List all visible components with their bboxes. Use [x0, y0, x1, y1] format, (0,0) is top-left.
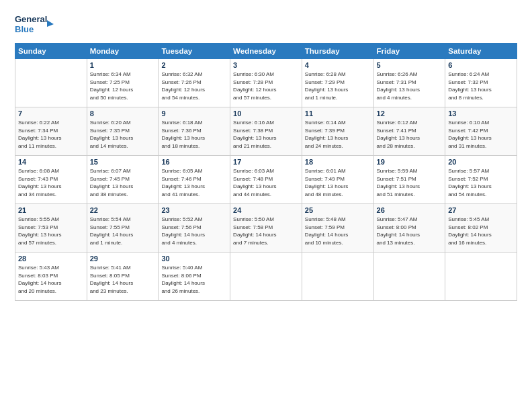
- day-number: 13: [448, 109, 514, 118]
- svg-text:General: General: [15, 14, 47, 24]
- calendar-cell: 12Sunrise: 6:12 AMSunset: 7:41 PMDayligh…: [373, 107, 445, 156]
- logo-svg: GeneralBlue: [15, 12, 54, 38]
- day-number: 6: [448, 61, 514, 69]
- day-number: 9: [161, 109, 227, 118]
- day-number: 15: [90, 158, 156, 166]
- calendar-cell: 18Sunrise: 6:01 AMSunset: 7:49 PMDayligh…: [302, 156, 373, 204]
- cell-text: Sunrise: 6:30 AMSunset: 7:28 PMDaylight:…: [233, 71, 299, 101]
- week-row-5: 28Sunrise: 5:43 AMSunset: 8:03 PMDayligh…: [15, 253, 517, 301]
- day-number: 3: [233, 61, 299, 69]
- day-number: 16: [161, 158, 227, 166]
- header: GeneralBlue: [15, 12, 517, 38]
- day-number: 4: [305, 61, 371, 69]
- col-header-saturday: Saturday: [445, 44, 517, 59]
- cell-text: Sunrise: 6:26 AMSunset: 7:31 PMDaylight:…: [377, 71, 443, 101]
- day-number: 19: [377, 158, 443, 166]
- cell-text: Sunrise: 6:34 AMSunset: 7:25 PMDaylight:…: [90, 71, 156, 101]
- calendar-cell: 16Sunrise: 6:05 AMSunset: 7:46 PMDayligh…: [159, 156, 230, 204]
- cell-text: Sunrise: 5:52 AMSunset: 7:56 PMDaylight:…: [161, 216, 227, 246]
- day-number: 26: [377, 206, 443, 214]
- day-number: 17: [233, 158, 299, 166]
- cell-text: Sunrise: 5:55 AMSunset: 7:53 PMDaylight:…: [18, 216, 84, 246]
- cell-text: Sunrise: 6:05 AMSunset: 7:46 PMDaylight:…: [161, 167, 227, 198]
- calendar-cell: 7Sunrise: 6:22 AMSunset: 7:34 PMDaylight…: [15, 107, 87, 156]
- cell-text: Sunrise: 5:54 AMSunset: 7:55 PMDaylight:…: [90, 216, 156, 246]
- cell-text: Sunrise: 5:47 AMSunset: 8:00 PMDaylight:…: [377, 216, 443, 246]
- calendar-cell: 26Sunrise: 5:47 AMSunset: 8:00 PMDayligh…: [373, 204, 445, 253]
- calendar-cell: 15Sunrise: 6:07 AMSunset: 7:45 PMDayligh…: [87, 156, 159, 204]
- cell-text: Sunrise: 6:12 AMSunset: 7:41 PMDaylight:…: [377, 119, 443, 150]
- calendar-cell: 9Sunrise: 6:18 AMSunset: 7:36 PMDaylight…: [159, 107, 230, 156]
- calendar-cell: [373, 253, 445, 301]
- calendar-cell: 4Sunrise: 6:28 AMSunset: 7:29 PMDaylight…: [302, 59, 373, 107]
- svg-marker-2: [47, 20, 54, 27]
- day-number: 2: [161, 61, 227, 69]
- cell-text: Sunrise: 6:01 AMSunset: 7:49 PMDaylight:…: [305, 167, 371, 198]
- calendar-cell: 27Sunrise: 5:45 AMSunset: 8:02 PMDayligh…: [445, 204, 517, 253]
- cell-text: Sunrise: 5:48 AMSunset: 7:59 PMDaylight:…: [305, 216, 371, 246]
- cell-text: Sunrise: 5:59 AMSunset: 7:51 PMDaylight:…: [377, 167, 443, 198]
- calendar-cell: 13Sunrise: 6:10 AMSunset: 7:42 PMDayligh…: [445, 107, 517, 156]
- day-number: 27: [448, 206, 514, 214]
- calendar-cell: 29Sunrise: 5:41 AMSunset: 8:05 PMDayligh…: [87, 253, 159, 301]
- col-header-thursday: Thursday: [302, 44, 373, 59]
- cell-text: Sunrise: 6:22 AMSunset: 7:34 PMDaylight:…: [18, 119, 84, 150]
- cell-text: Sunrise: 6:10 AMSunset: 7:42 PMDaylight:…: [448, 119, 514, 150]
- day-number: 29: [90, 255, 156, 263]
- calendar-cell: 17Sunrise: 6:03 AMSunset: 7:48 PMDayligh…: [230, 156, 302, 204]
- day-number: 25: [305, 206, 371, 214]
- calendar-cell: 23Sunrise: 5:52 AMSunset: 7:56 PMDayligh…: [159, 204, 230, 253]
- cell-text: Sunrise: 6:08 AMSunset: 7:43 PMDaylight:…: [18, 167, 84, 198]
- cell-text: Sunrise: 6:28 AMSunset: 7:29 PMDaylight:…: [305, 71, 371, 101]
- day-number: 5: [377, 61, 443, 69]
- day-number: 24: [233, 206, 299, 214]
- cell-text: Sunrise: 6:32 AMSunset: 7:26 PMDaylight:…: [161, 71, 227, 101]
- cell-text: Sunrise: 6:16 AMSunset: 7:38 PMDaylight:…: [233, 119, 299, 150]
- calendar-cell: 8Sunrise: 6:20 AMSunset: 7:35 PMDaylight…: [87, 107, 159, 156]
- calendar-table: SundayMondayTuesdayWednesdayThursdayFrid…: [15, 43, 517, 301]
- day-number: 20: [448, 158, 514, 166]
- calendar-cell: [302, 253, 373, 301]
- day-number: 22: [90, 206, 156, 214]
- day-number: 12: [377, 109, 443, 118]
- week-row-4: 21Sunrise: 5:55 AMSunset: 7:53 PMDayligh…: [15, 204, 517, 253]
- cell-text: Sunrise: 5:40 AMSunset: 8:06 PMDaylight:…: [161, 264, 227, 295]
- header-row: SundayMondayTuesdayWednesdayThursdayFrid…: [15, 44, 517, 59]
- cell-text: Sunrise: 6:24 AMSunset: 7:32 PMDaylight:…: [448, 71, 514, 101]
- week-row-1: 1Sunrise: 6:34 AMSunset: 7:25 PMDaylight…: [15, 59, 517, 107]
- col-header-wednesday: Wednesday: [230, 44, 302, 59]
- day-number: 7: [18, 109, 84, 118]
- page: GeneralBlue SundayMondayTuesdayWednesday…: [0, 0, 532, 308]
- calendar-cell: 11Sunrise: 6:14 AMSunset: 7:39 PMDayligh…: [302, 107, 373, 156]
- cell-text: Sunrise: 5:41 AMSunset: 8:05 PMDaylight:…: [90, 264, 156, 295]
- cell-text: Sunrise: 5:43 AMSunset: 8:03 PMDaylight:…: [18, 264, 84, 295]
- day-number: 14: [18, 158, 84, 166]
- calendar-cell: [230, 253, 302, 301]
- cell-text: Sunrise: 5:50 AMSunset: 7:58 PMDaylight:…: [233, 216, 299, 246]
- calendar-cell: 28Sunrise: 5:43 AMSunset: 8:03 PMDayligh…: [15, 253, 87, 301]
- cell-text: Sunrise: 5:57 AMSunset: 7:52 PMDaylight:…: [448, 167, 514, 198]
- calendar-cell: [15, 59, 87, 107]
- calendar-cell: 20Sunrise: 5:57 AMSunset: 7:52 PMDayligh…: [445, 156, 517, 204]
- day-number: 28: [18, 255, 84, 263]
- day-number: 1: [90, 61, 156, 69]
- calendar-cell: 21Sunrise: 5:55 AMSunset: 7:53 PMDayligh…: [15, 204, 87, 253]
- calendar-cell: 19Sunrise: 5:59 AMSunset: 7:51 PMDayligh…: [373, 156, 445, 204]
- cell-text: Sunrise: 6:07 AMSunset: 7:45 PMDaylight:…: [90, 167, 156, 198]
- calendar-cell: 30Sunrise: 5:40 AMSunset: 8:06 PMDayligh…: [159, 253, 230, 301]
- calendar-cell: 10Sunrise: 6:16 AMSunset: 7:38 PMDayligh…: [230, 107, 302, 156]
- cell-text: Sunrise: 6:20 AMSunset: 7:35 PMDaylight:…: [90, 119, 156, 150]
- col-header-friday: Friday: [373, 44, 445, 59]
- cell-text: Sunrise: 5:45 AMSunset: 8:02 PMDaylight:…: [448, 216, 514, 246]
- day-number: 21: [18, 206, 84, 214]
- calendar-cell: 22Sunrise: 5:54 AMSunset: 7:55 PMDayligh…: [87, 204, 159, 253]
- col-header-monday: Monday: [87, 44, 159, 59]
- calendar-cell: 25Sunrise: 5:48 AMSunset: 7:59 PMDayligh…: [302, 204, 373, 253]
- day-number: 10: [233, 109, 299, 118]
- day-number: 30: [161, 255, 227, 263]
- day-number: 11: [305, 109, 371, 118]
- calendar-cell: 2Sunrise: 6:32 AMSunset: 7:26 PMDaylight…: [159, 59, 230, 107]
- calendar-cell: 24Sunrise: 5:50 AMSunset: 7:58 PMDayligh…: [230, 204, 302, 253]
- cell-text: Sunrise: 6:14 AMSunset: 7:39 PMDaylight:…: [305, 119, 371, 150]
- cell-text: Sunrise: 6:18 AMSunset: 7:36 PMDaylight:…: [161, 119, 227, 150]
